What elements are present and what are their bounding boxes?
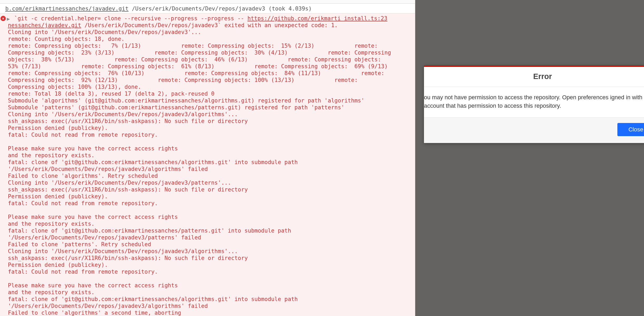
error-command-line: `git -c credential.helper= clone --recur…	[14, 15, 410, 22]
summary-path-text: /Users/erik/Documents/Dev/repos/javadev3…	[129, 6, 312, 12]
console-error-entry: × ▶ `git -c credential.helper= clone --r…	[0, 13, 415, 316]
error-icon: ×	[1, 16, 6, 21]
github-url-link-cont[interactable]: nessanches/javadev.git	[8, 22, 81, 28]
github-url-link[interactable]: https://github.com/erikmarti	[247, 15, 341, 22]
close-button[interactable]: Close	[617, 123, 644, 136]
modal-body-text: ou may not have permission to access the…	[424, 87, 644, 118]
exit-code-text: /Users/erik/Documents/Dev/repos/javadev3…	[81, 22, 338, 28]
expand-arrow-icon[interactable]: ▶	[7, 15, 10, 22]
error-output-body: Cloning into '/Users/erik/Documents/Dev/…	[8, 29, 410, 316]
modal-header: Error ×	[424, 67, 644, 87]
source-location[interactable]: install.ts:23	[341, 15, 387, 22]
console-toolbar	[0, 0, 415, 4]
git-command-text: `git -c credential.helper= clone --recur…	[14, 15, 247, 22]
error-command-line-2: nessanches/javadev.git /Users/erik/Docum…	[8, 22, 410, 29]
error-modal: Error × ou may not have permission to ac…	[424, 66, 644, 143]
modal-title: Error	[432, 72, 644, 81]
modal-footer: Close	[424, 118, 644, 143]
console-summary-row: b.com/erikmartinessanches/javadev.git /U…	[0, 4, 415, 13]
repo-url-fragment[interactable]: b.com/erikmartinessanches/javadev.git	[5, 6, 129, 12]
devtools-console: b.com/erikmartinessanches/javadev.git /U…	[0, 0, 415, 316]
